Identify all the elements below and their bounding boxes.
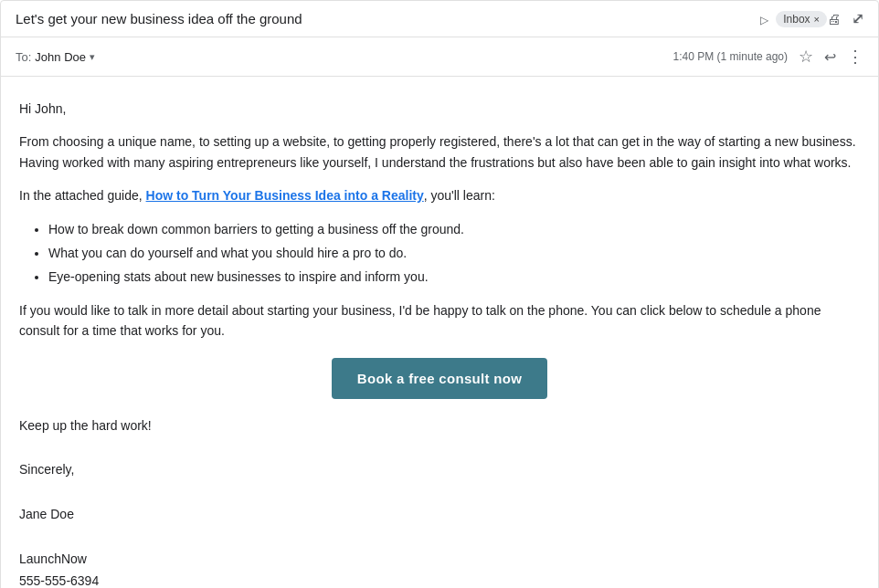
guide-link[interactable]: How to Turn Your Business Idea into a Re… — [146, 188, 424, 203]
email-subject: Let's get your new business idea off the… — [16, 11, 753, 26]
print-icon[interactable] — [827, 11, 841, 27]
keep-up-text: Keep up the hard work! — [19, 415, 860, 436]
to-label: To: — [16, 50, 31, 64]
bullet-item-1: How to break down common barriers to get… — [48, 219, 860, 239]
paragraph2-prefix: In the attached guide, — [19, 188, 146, 203]
bullet-item-2: What you can do yourself and what you sh… — [48, 243, 860, 263]
header-icons — [827, 10, 863, 27]
timestamp: 1:40 PM (1 minute ago) — [673, 50, 788, 63]
cta-container: Book a free consult now — [19, 358, 860, 399]
inbox-tag-close[interactable]: × — [814, 14, 820, 25]
signature: Keep up the hard work! Sincerely, Jane D… — [19, 415, 860, 588]
greeting: Hi John, — [19, 99, 860, 119]
email-body: Hi John, From choosing a unique name, to… — [1, 77, 878, 588]
sender-name: Jane Doe — [19, 504, 860, 524]
inbox-tag: Inbox × — [776, 11, 827, 27]
inbox-tag-label: Inbox — [783, 13, 810, 26]
recipient-name: John Doe — [35, 50, 86, 64]
bullet-item-3: Eye-opening stats about new businesses t… — [48, 267, 860, 287]
paragraph3: If you would like to talk in more detail… — [19, 300, 860, 341]
email-header: Let's get your new business idea off the… — [1, 1, 878, 37]
email-meta: To: John Doe ▾ 1:40 PM (1 minute ago) — [1, 37, 878, 77]
recipient-chevron-icon[interactable]: ▾ — [90, 51, 95, 63]
sincerely-text: Sincerely, — [19, 459, 860, 479]
paragraph1: From choosing a unique name, to setting … — [19, 131, 860, 173]
company-name: LaunchNow — [19, 549, 860, 569]
email-container: Let's get your new business idea off the… — [0, 0, 879, 588]
bullet-list: How to break down common barriers to get… — [48, 219, 860, 288]
paragraph2: In the attached guide, How to Turn Your … — [19, 185, 860, 205]
paragraph2-suffix: , you'll learn: — [424, 188, 495, 203]
book-consult-button[interactable]: Book a free consult now — [332, 358, 547, 399]
forward-arrow-icon — [760, 12, 768, 26]
popout-icon[interactable] — [852, 10, 863, 27]
email-to: To: John Doe ▾ — [16, 50, 673, 64]
reply-icon[interactable] — [824, 48, 836, 66]
star-icon[interactable] — [799, 47, 813, 67]
more-icon[interactable] — [847, 47, 863, 67]
phone-number: 555-555-6394 — [19, 571, 860, 588]
forward-icon — [760, 12, 768, 26]
meta-right: 1:40 PM (1 minute ago) — [673, 47, 863, 67]
